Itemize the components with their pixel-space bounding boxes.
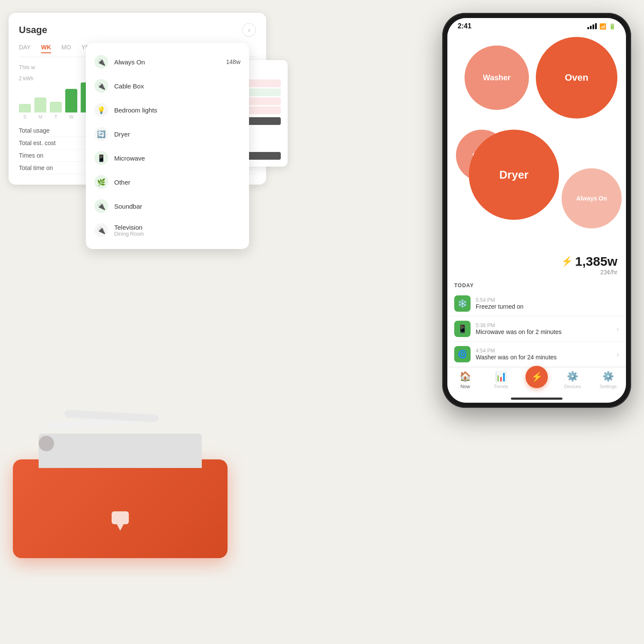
tab-wk[interactable]: WK — [41, 44, 51, 53]
bubble-always-on-label: Always On — [576, 195, 607, 202]
bubble-washer-label: Washer — [483, 73, 510, 82]
status-bar: 2:41 📶 🔋 — [447, 18, 626, 33]
nav-devices-label: Devices — [564, 384, 581, 389]
other-name: Other — [114, 179, 240, 186]
signal-bar-1 — [587, 27, 589, 29]
activity-microwave[interactable]: 📱 5:36 PM Microwave was on for 2 minutes… — [447, 316, 626, 342]
signal-bar-4 — [595, 23, 597, 29]
nav-trends-label: Trends — [494, 384, 508, 389]
bubble-oven[interactable]: Oven — [536, 37, 617, 118]
nav-arrow-button[interactable]: › — [242, 23, 256, 37]
signal-bars — [587, 23, 597, 29]
always-on-icon: 🔌 — [94, 55, 108, 69]
today-section: TODAY ❄️ 5:54 PM Freezer turned on 📱 5:3… — [447, 278, 626, 367]
other-icon: 🌿 — [94, 175, 108, 189]
bar-m-label: M — [38, 114, 42, 119]
device-dryer[interactable]: 🔄 Dryer — [86, 122, 249, 146]
stat-times-on-label: Times on — [19, 152, 43, 159]
center-button[interactable]: ⚡ — [526, 366, 548, 388]
microwave-chevron[interactable]: › — [617, 325, 619, 334]
signal-bar-2 — [590, 26, 592, 29]
svg-rect-0 — [112, 511, 129, 524]
home-bar — [511, 398, 562, 400]
settings-icon: ⚙️ — [602, 371, 614, 382]
soundbar-icon: 🔌 — [94, 199, 108, 213]
devices-icon: ⚙️ — [567, 371, 578, 382]
nav-now[interactable]: 🏠 Now — [447, 371, 483, 389]
svg-marker-1 — [117, 524, 124, 531]
home-indicator — [447, 394, 626, 403]
power-value: ⚡ 1,385w — [561, 254, 617, 269]
tab-mo[interactable]: MO — [61, 44, 71, 53]
nav-now-label: Now — [461, 384, 470, 389]
bar-w: W — [65, 89, 77, 119]
soundbar-name: Soundbar — [114, 203, 240, 210]
freezer-desc: Freezer turned on — [476, 303, 619, 310]
device-other[interactable]: 🌿 Other — [86, 170, 249, 194]
cable-box-name: Cable Box — [114, 82, 240, 90]
power-display: ⚡ 1,385w 23¢/hr — [447, 250, 626, 278]
stat-total-cost-label: Total est. cost — [19, 140, 56, 146]
phone-status-icons: 📶 🔋 — [587, 23, 616, 30]
wifi-icon: 📶 — [599, 23, 606, 30]
bar-t1-fill — [50, 102, 62, 112]
power-icon: ⚡ — [561, 256, 573, 267]
bottom-nav: 🏠 Now 📊 Trends ⚡ ⚙️ Devices ⚙️ Settings — [447, 367, 626, 394]
bar-s-fill — [19, 104, 31, 112]
hardware-device — [13, 459, 228, 558]
television-name: Television — [114, 224, 240, 231]
stat-total-time-label: Total time on — [19, 164, 53, 171]
bubble-always-on[interactable]: Always On — [562, 168, 622, 228]
device-list-card: 🔌 Always On 148w 🔌 Cable Box 💡 Bedroom l… — [86, 43, 249, 249]
freezer-time: 5:54 PM — [476, 297, 619, 303]
bubble-washer[interactable]: Washer — [465, 46, 529, 110]
phone-frame: 2:41 📶 🔋 Washer O — [442, 13, 631, 408]
microwave-content: 5:36 PM Microwave was on for 2 minutes — [476, 322, 611, 335]
nav-center[interactable]: ⚡ — [519, 371, 554, 389]
device-always-on[interactable]: 🔌 Always On 148w — [86, 50, 249, 74]
hardware-logo — [107, 507, 133, 537]
bedroom-lights-icon: 💡 — [94, 103, 108, 117]
phone-time: 2:41 — [458, 22, 471, 30]
device-bedroom-lights[interactable]: 💡 Bedroom lights — [86, 98, 249, 122]
washer-content: 4:54 PM Washer was on for 24 minutes — [476, 348, 611, 361]
dryer-icon: 🔄 — [94, 127, 108, 141]
bar-s-label: S — [23, 114, 26, 119]
activity-freezer[interactable]: ❄️ 5:54 PM Freezer turned on — [447, 291, 626, 316]
washer-time: 4:54 PM — [476, 348, 611, 354]
tab-day[interactable]: DAY — [19, 44, 31, 53]
nav-settings-label: Settings — [600, 384, 617, 389]
bar-s: S — [19, 104, 31, 119]
device-soundbar[interactable]: 🔌 Soundbar — [86, 194, 249, 218]
microwave-name: Microwave — [114, 155, 240, 162]
washer-chevron[interactable]: › — [617, 350, 619, 359]
washer-activity-icon: 🌀 — [454, 346, 471, 362]
hardware-button — [39, 436, 54, 451]
microwave-activity-icon: 📱 — [454, 321, 471, 337]
nav-devices[interactable]: ⚙️ Devices — [555, 371, 590, 389]
dryer-name: Dryer — [114, 131, 240, 138]
bar-m: M — [34, 97, 46, 119]
nav-settings[interactable]: ⚙️ Settings — [590, 371, 626, 389]
washer-desc: Washer was on for 24 minutes — [476, 354, 611, 361]
bubble-dryer-label: Dryer — [499, 168, 529, 182]
bar-w-label: W — [69, 114, 73, 119]
bar-m-fill — [34, 97, 46, 112]
bubble-dryer[interactable]: Dryer — [469, 130, 559, 220]
bubble-oven-label: Oven — [565, 72, 588, 83]
today-label: TODAY — [447, 278, 626, 291]
power-rate: 23¢/hr — [600, 269, 617, 276]
device-cable-box[interactable]: 🔌 Cable Box — [86, 74, 249, 98]
stat-total-usage-label: Total usage — [19, 127, 50, 134]
device-microwave[interactable]: 📱 Microwave — [86, 146, 249, 170]
microwave-icon: 📱 — [94, 151, 108, 165]
phone-screen: 2:41 📶 🔋 Washer O — [447, 18, 626, 403]
activity-washer[interactable]: 🌀 4:54 PM Washer was on for 24 minutes › — [447, 342, 626, 367]
nav-trends[interactable]: 📊 Trends — [483, 371, 519, 389]
microwave-time: 5:36 PM — [476, 322, 611, 328]
device-television[interactable]: 🔌 Television Dining Room — [86, 218, 249, 242]
bedroom-lights-name: Bedroom lights — [114, 106, 240, 114]
bubble-visualization[interactable]: Washer Oven Fridge Dryer Always On — [447, 33, 626, 250]
bar-t1: T — [50, 102, 62, 119]
cable-box-icon: 🔌 — [94, 79, 108, 93]
